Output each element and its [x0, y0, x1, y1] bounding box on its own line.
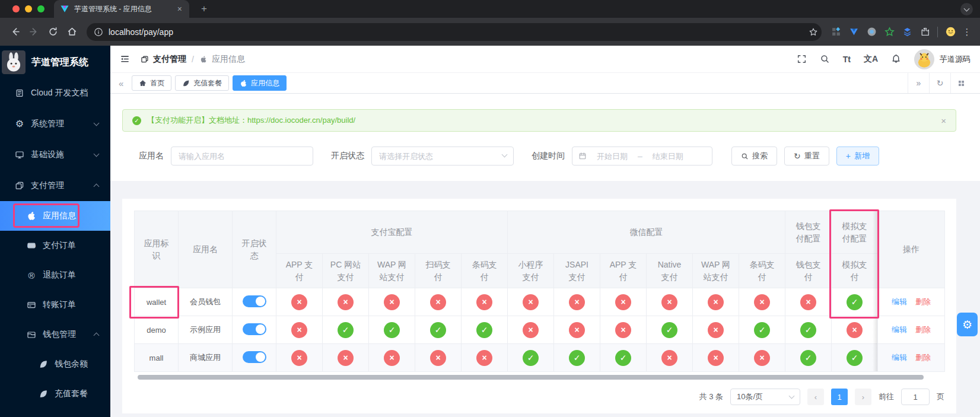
- refund-icon: ®: [26, 270, 37, 281]
- date-end-input[interactable]: [646, 152, 690, 161]
- add-button[interactable]: + 新增: [836, 147, 879, 165]
- address-bar[interactable]: localhost/pay/app: [87, 23, 822, 41]
- page-tab[interactable]: 充值套餐: [175, 75, 229, 91]
- sidebar-item[interactable]: 应用信息: [0, 201, 110, 231]
- reload-button[interactable]: [44, 23, 62, 41]
- sidebar-item[interactable]: 支付管理: [0, 170, 110, 201]
- page-size-select[interactable]: 10条/页: [730, 389, 800, 405]
- cross-icon: ×: [708, 322, 724, 338]
- search-button[interactable]: 搜索: [731, 147, 777, 165]
- status-cell: [233, 344, 276, 372]
- new-tab-button[interactable]: +: [198, 3, 211, 15]
- extension-star-icon[interactable]: [881, 24, 898, 40]
- notification-bell-icon[interactable]: [891, 54, 901, 64]
- app-logo[interactable]: 芋道管理系统: [0, 46, 110, 78]
- goto-page-input[interactable]: [901, 389, 930, 405]
- tab-close-icon[interactable]: ×: [175, 4, 184, 14]
- home-button[interactable]: [63, 23, 81, 41]
- font-size-icon[interactable]: Tt: [843, 55, 851, 64]
- delete-link[interactable]: 删除: [915, 325, 931, 334]
- extension-grid-icon[interactable]: [828, 24, 844, 40]
- delete-link[interactable]: 删除: [915, 353, 931, 362]
- sidebar-item[interactable]: ⚙系统管理: [0, 109, 110, 139]
- sidebar-item[interactable]: PayPal支付订单: [0, 231, 110, 260]
- edit-link[interactable]: 编辑: [892, 325, 907, 334]
- user-avatar: [914, 49, 934, 69]
- cross-icon: ×: [569, 322, 585, 338]
- status-toggle[interactable]: [243, 295, 266, 307]
- date-range-picker[interactable]: –: [572, 147, 712, 165]
- edit-link[interactable]: 编辑: [892, 353, 907, 362]
- tab-refresh-icon[interactable]: ↻: [929, 73, 950, 93]
- page-tabs: 首页充值套餐应用信息: [132, 75, 287, 91]
- tab-layout-icon[interactable]: [950, 73, 972, 93]
- extensions-puzzle-icon[interactable]: [917, 24, 933, 40]
- page-tab[interactable]: 应用信息: [233, 75, 287, 91]
- cross-icon: ×: [430, 294, 446, 310]
- back-button[interactable]: [6, 23, 24, 41]
- table-row: wallet会员钱包××××××××××××✓编辑删除: [135, 288, 945, 316]
- app-name-input[interactable]: [171, 147, 313, 165]
- cross-icon: ×: [476, 294, 492, 310]
- alert-close-icon[interactable]: ×: [941, 116, 946, 126]
- group-header-wechat: 微信配置: [508, 211, 785, 254]
- sidebar-item[interactable]: 钱包管理: [0, 320, 110, 349]
- delete-link[interactable]: 删除: [915, 297, 931, 306]
- breadcrumb-item[interactable]: 支付管理: [153, 54, 186, 65]
- monitor-icon: [14, 150, 25, 160]
- cross-icon: ×: [661, 294, 677, 310]
- search-icon[interactable]: [820, 54, 830, 64]
- window-close-button[interactable]: [12, 5, 20, 12]
- window-maximize-button[interactable]: [37, 5, 44, 12]
- config-flag-cell: ×: [693, 316, 739, 344]
- user-menu[interactable]: 芋道源码: [914, 49, 971, 69]
- user-name: 芋道源码: [940, 54, 971, 65]
- language-icon[interactable]: 文A: [864, 54, 878, 65]
- browser-menu-icon[interactable]: ⋮: [960, 27, 974, 37]
- forward-button[interactable]: [25, 23, 43, 41]
- sub-column-header: WAP 网站支付: [369, 254, 415, 288]
- menu-fold-icon[interactable]: [120, 54, 130, 64]
- page-content: ✓ 【支付功能开启】文档地址：https://doc.iocoder.cn/pa…: [110, 94, 980, 417]
- sidebar-item[interactable]: 基础设施: [0, 139, 110, 170]
- extension-circle-icon[interactable]: [863, 24, 880, 40]
- next-page-button[interactable]: ›: [855, 389, 871, 405]
- tabs-scroll-right-icon[interactable]: »: [908, 73, 929, 93]
- extension-layers-icon[interactable]: [899, 24, 915, 40]
- status-toggle[interactable]: [243, 351, 266, 363]
- sidebar-item[interactable]: 钱包余额: [0, 349, 110, 379]
- tabs-scroll-left-icon[interactable]: «: [119, 78, 123, 88]
- check-icon: ✓: [569, 350, 585, 366]
- tab-search-button[interactable]: [960, 3, 973, 15]
- sidebar-item[interactable]: ®退款订单: [0, 260, 110, 290]
- site-info-icon[interactable]: [94, 27, 103, 37]
- fullscreen-icon[interactable]: [797, 54, 807, 64]
- status-select[interactable]: [371, 147, 514, 165]
- status-select-input[interactable]: [371, 147, 514, 165]
- horizontal-scrollbar[interactable]: [138, 375, 924, 380]
- sidebar-item[interactable]: 充值套餐: [0, 379, 110, 409]
- reset-button[interactable]: ↻ 重置: [784, 147, 829, 165]
- current-page-button[interactable]: 1: [831, 389, 848, 405]
- home-icon: [139, 79, 147, 87]
- app-name-cell: 示例应用: [179, 316, 233, 344]
- config-flag-cell: ×: [693, 288, 739, 316]
- edit-link[interactable]: 编辑: [892, 297, 907, 306]
- window-minimize-button[interactable]: [25, 5, 32, 12]
- url-text: localhost/pay/app: [109, 27, 173, 37]
- bookmark-star-icon[interactable]: [809, 27, 818, 37]
- page-tab[interactable]: 首页: [132, 75, 171, 91]
- prev-page-button[interactable]: ‹: [807, 389, 824, 405]
- sidebar-item[interactable]: Cloud 开发文档: [0, 78, 110, 109]
- gear-icon: ⚙: [962, 318, 972, 332]
- sidebar-item[interactable]: 转账订单: [0, 290, 110, 320]
- config-flag-cell: ✓: [832, 344, 878, 372]
- extension-vue-devtools-icon[interactable]: [845, 24, 862, 40]
- browser-tab[interactable]: 芋道管理系统 - 应用信息 ×: [54, 0, 189, 18]
- sidebar-item-label: 系统管理: [31, 119, 64, 129]
- settings-float-button[interactable]: ⚙: [957, 313, 978, 336]
- status-toggle[interactable]: [243, 323, 266, 335]
- date-start-input[interactable]: [590, 152, 634, 161]
- config-flag-cell: ✓: [785, 344, 832, 372]
- profile-avatar[interactable]: [942, 24, 959, 40]
